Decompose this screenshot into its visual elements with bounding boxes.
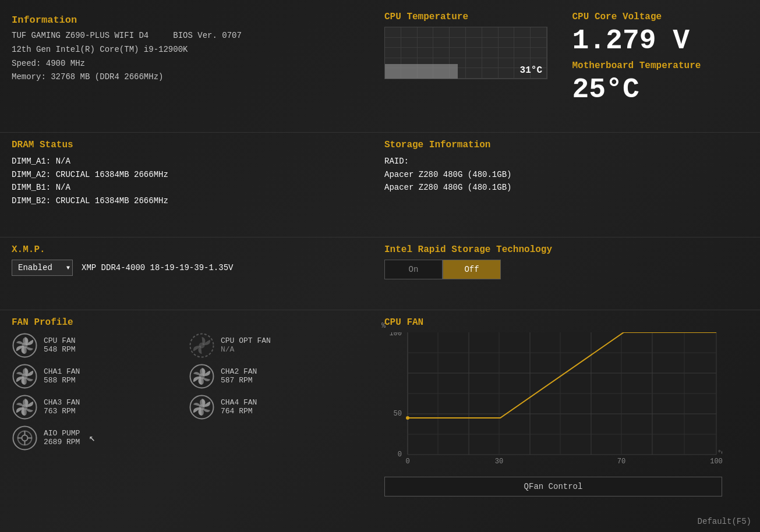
cha2-fan-rpm: 587 RPM — [221, 376, 257, 385]
fan-svg-opt — [189, 332, 215, 359]
rst-off-button[interactable]: Off — [443, 260, 501, 279]
cha1-fan-info: CHA1 FAN 588 RPM — [44, 367, 80, 385]
cpu-voltage-section: CPU Core Voltage 1.279 V Motherboard Tem… — [572, 12, 749, 126]
storage-section: Storage Information RAID: Apacer Z280 48… — [373, 133, 760, 237]
default-f5-label: Default(F5) — [698, 517, 751, 526]
fan-svg-cha3 — [12, 394, 38, 420]
svg-text:0: 0 — [398, 451, 402, 459]
chart-cell — [466, 27, 482, 38]
chart-cell — [401, 48, 418, 58]
chart-cell — [499, 48, 515, 58]
cpu-fan-icon — [12, 332, 38, 359]
mb-temp-value: 25°C — [572, 76, 749, 104]
cha1-fan-icon — [12, 363, 38, 389]
svg-text:70: 70 — [617, 457, 625, 466]
cpu-fan-chart-section: CPU FAN % — [373, 310, 760, 526]
dram-slots: DIMM_A1: N/A DIMM_A2: CRUCIAL 16384MB 26… — [12, 155, 361, 207]
svg-text:30: 30 — [495, 457, 503, 466]
chart-cell — [499, 68, 515, 79]
cpu-opt-fan-name: CPU OPT FAN — [221, 336, 271, 345]
svg-text:100: 100 — [710, 457, 722, 466]
chart-cell — [433, 38, 450, 48]
motherboard-line: TUF GAMING Z690-PLUS WIFI D4 BIOS Ver. 0… — [12, 29, 361, 43]
storage-item-1: Apacer Z280 480G (480.1GB) — [384, 168, 748, 181]
cpu-temp-title: CPU Temperature — [384, 12, 561, 22]
storage-item-2: Apacer Z280 480G (480.1GB) — [384, 181, 748, 194]
storage-title: Storage Information — [384, 140, 748, 150]
cha2-fan-info: CHA2 FAN 587 RPM — [221, 367, 257, 385]
fan-grid: CPU FAN 548 RPM CPU OPT FAN N/A — [12, 332, 361, 420]
aio-pump-info: AIO PUMP 2689 RPM — [44, 429, 80, 446]
dimm-a1: DIMM_A1: N/A — [12, 155, 361, 168]
chart-cell — [499, 27, 515, 38]
bios-ver: BIOS Ver. 0707 — [173, 31, 242, 40]
xmp-section: X.M.P. Enabled Disabled ▼ XMP DDR4-4000 … — [0, 237, 373, 310]
cha1-fan-name: CHA1 FAN — [44, 367, 80, 376]
cha4-fan-icon — [189, 394, 215, 420]
fan-item-cha3: CHA3 FAN 763 RPM — [12, 394, 184, 420]
fan-svg-cha4 — [189, 394, 215, 420]
chart-cell — [450, 27, 466, 38]
cpu-line: 12th Gen Intel(R) Core(TM) i9-12900K — [12, 43, 361, 57]
cursor-icon: ↖ — [89, 431, 95, 444]
cpu-opt-fan-icon — [189, 332, 215, 359]
info-title: Information — [12, 15, 361, 26]
xmp-select[interactable]: Enabled Disabled — [12, 260, 73, 276]
memory-line: Memory: 32768 MB (DDR4 2666MHz) — [12, 70, 361, 84]
fan-profile-title: FAN Profile — [12, 317, 361, 328]
fan-profile-section: FAN Profile CPU FAN 548 RPM — [0, 310, 373, 526]
chart-cell — [514, 27, 531, 38]
dimm-b1-value: N/A — [56, 183, 70, 192]
info-section: Information TUF GAMING Z690-PLUS WIFI D4… — [0, 6, 373, 133]
aio-pump-rpm: 2689 RPM — [44, 438, 80, 446]
dimm-a2-value: CRUCIAL 16384MB 2666MHz — [56, 170, 168, 179]
dimm-b2-value: CRUCIAL 16384MB 2666MHz — [56, 196, 168, 205]
rst-on-button[interactable]: On — [384, 260, 443, 279]
chart-cell — [482, 58, 499, 69]
cpu-fan-name: CPU FAN — [44, 336, 76, 345]
main-container: Information TUF GAMING Z690-PLUS WIFI D4… — [0, 0, 760, 532]
chart-cell — [466, 38, 482, 48]
chart-cell — [482, 38, 499, 48]
xmp-select-wrapper[interactable]: Enabled Disabled ▼ — [12, 260, 73, 276]
cpu-temp-chart: 31°C — [384, 27, 547, 79]
chart-cell — [482, 48, 499, 58]
chart-cell — [531, 27, 547, 38]
qfan-control-button[interactable]: QFan Control — [384, 477, 722, 496]
chart-cell — [499, 58, 515, 69]
chart-cell — [531, 38, 547, 48]
xmp-row: Enabled Disabled ▼ XMP DDR4-4000 18-19-1… — [12, 260, 361, 276]
dram-section: DRAM Status DIMM_A1: N/A DIMM_A2: CRUCIA… — [0, 133, 373, 237]
fan-chart-svg: 100 50 0 0 30 70 100 °C — [384, 332, 722, 472]
cha3-fan-info: CHA3 FAN 763 RPM — [44, 398, 80, 416]
cha1-fan-rpm: 588 RPM — [44, 376, 80, 385]
cha4-fan-name: CHA4 FAN — [221, 398, 257, 407]
chart-cell — [466, 58, 482, 69]
dimm-b2: DIMM_B2: CRUCIAL 16384MB 2666MHz — [12, 194, 361, 207]
cpu-temp-value: 31°C — [520, 65, 542, 76]
dimm-b1: DIMM_B1: N/A — [12, 181, 361, 194]
svg-point-42 — [406, 416, 409, 420]
temp-voltage-section: CPU Temperature 31°C — [373, 6, 760, 133]
svg-point-14 — [22, 435, 28, 441]
svg-text:100: 100 — [389, 332, 402, 338]
intel-rst-title: Intel Rapid Storage Technology — [384, 244, 748, 255]
svg-text:°C: °C — [717, 449, 722, 456]
cpu-voltage-title: CPU Core Voltage — [572, 12, 749, 22]
rst-toggle: On Off — [384, 260, 501, 279]
chart-cell — [433, 27, 450, 38]
chart-cell — [514, 38, 531, 48]
cha3-fan-rpm: 763 RPM — [44, 407, 80, 416]
fan-item-cha4: CHA4 FAN 764 RPM — [189, 394, 361, 420]
chart-cell — [466, 48, 482, 58]
fan-item-cha1: CHA1 FAN 588 RPM — [12, 363, 184, 389]
temp-bar — [385, 64, 458, 79]
chart-wrapper: % — [384, 332, 722, 496]
chart-cell — [482, 68, 499, 79]
cpu-opt-fan-info: CPU OPT FAN N/A — [221, 336, 271, 354]
chart-cell — [531, 48, 547, 58]
chart-cell — [418, 38, 434, 48]
cpu-fan-info: CPU FAN 548 RPM — [44, 336, 76, 354]
fan-svg-cha2 — [189, 363, 215, 389]
fan-item-cha2: CHA2 FAN 587 RPM — [189, 363, 361, 389]
